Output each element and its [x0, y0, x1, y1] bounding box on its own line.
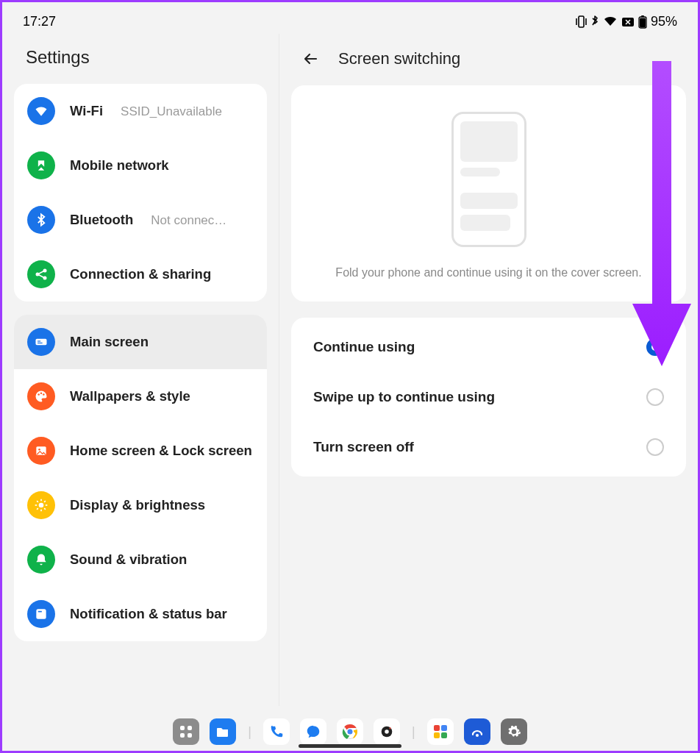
preview-card: Fold your phone and continue using it on…: [291, 85, 686, 301]
svg-rect-40: [434, 725, 440, 731]
svg-rect-0: [579, 16, 584, 27]
sidebar-item-home-lock-screen[interactable]: Home screen & Lock screen: [14, 424, 267, 478]
sidebar-item-label: Wi-Fi: [70, 102, 103, 120]
svg-point-14: [40, 393, 43, 395]
svg-point-17: [38, 449, 40, 451]
sidebar-item-notification-status[interactable]: Notification & status bar: [14, 587, 267, 641]
dock-recent-1[interactable]: [427, 718, 454, 745]
svg-rect-31: [180, 733, 185, 738]
svg-rect-29: [180, 726, 185, 730]
detail-title: Screen switching: [338, 49, 460, 68]
sound-icon: [27, 546, 55, 574]
wifi-status-icon: [603, 16, 618, 27]
svg-line-24: [44, 508, 46, 510]
sidebar-item-label: Mobile network: [70, 157, 169, 174]
notification-icon: [27, 600, 55, 628]
battery-icon: [638, 15, 647, 29]
svg-point-15: [43, 393, 45, 396]
option-label: Swipe up to continue using: [313, 389, 495, 405]
svg-point-44: [476, 734, 479, 737]
svg-point-38: [385, 729, 389, 734]
sidebar-item-value: SSID_Unavailable: [121, 104, 222, 119]
sidebar-item-label: Home screen & Lock screen: [70, 442, 252, 460]
status-icons: 95%: [576, 14, 677, 29]
sidebar-item-label: Wallpapers & style: [70, 388, 190, 405]
dock-app-drawer[interactable]: [173, 718, 199, 745]
option-turn-off[interactable]: Turn screen off: [309, 422, 668, 472]
sidebar-group-connectivity: Wi-Fi SSID_Unavailable Mobile network Bl…: [14, 84, 267, 301]
svg-rect-11: [38, 340, 40, 341]
dock-separator: |: [412, 724, 415, 740]
bluetooth-status-icon: [590, 15, 599, 28]
sidebar-item-label: Connection & sharing: [70, 265, 211, 283]
arrow-left-icon: [301, 50, 319, 68]
radio-button[interactable]: [646, 388, 664, 406]
phone-preview-icon: [451, 112, 526, 247]
svg-rect-30: [188, 726, 192, 730]
palette-icon: [27, 382, 55, 410]
sidebar-item-label: Main screen: [70, 333, 149, 351]
dnd-icon: [621, 17, 635, 27]
svg-point-39: [389, 727, 390, 729]
svg-rect-10: [36, 339, 47, 345]
sidebar-item-value: Not connec…: [151, 213, 226, 228]
dock-phone[interactable]: [263, 718, 290, 745]
option-label: Continue using: [313, 339, 415, 355]
svg-rect-28: [38, 611, 42, 613]
sidebar-item-wifi[interactable]: Wi-Fi SSID_Unavailable: [14, 84, 267, 138]
svg-rect-5: [640, 18, 646, 27]
share-icon: [27, 260, 55, 288]
main-screen-icon: [27, 328, 55, 356]
svg-rect-32: [188, 733, 192, 738]
status-bar: 17:27 95%: [2, 2, 698, 34]
svg-rect-6: [641, 15, 644, 17]
option-label: Turn screen off: [313, 439, 414, 455]
svg-line-23: [37, 501, 38, 502]
radio-button[interactable]: [646, 338, 664, 356]
svg-rect-41: [441, 725, 447, 731]
svg-rect-43: [441, 732, 447, 738]
dock-recent-2[interactable]: [464, 718, 490, 745]
brightness-icon: [27, 491, 55, 519]
sidebar-item-label: Notification & status bar: [70, 605, 227, 623]
preview-description: Fold your phone and continue using it on…: [306, 266, 671, 279]
image-icon: [27, 437, 55, 465]
detail-pane: Screen switching Fold your phone and con…: [279, 34, 698, 706]
status-time: 17:27: [23, 14, 56, 29]
sidebar-item-mobile-network[interactable]: Mobile network: [14, 138, 267, 193]
vibrate-icon: [576, 15, 587, 28]
dock-camera[interactable]: [374, 718, 400, 745]
sidebar-item-wallpapers[interactable]: Wallpapers & style: [14, 369, 267, 424]
dock-files[interactable]: [210, 718, 236, 745]
svg-rect-12: [38, 343, 43, 343]
sidebar-title: Settings: [2, 34, 279, 84]
svg-point-13: [38, 393, 40, 396]
svg-point-18: [39, 503, 44, 508]
sidebar-item-label: Bluetooth: [70, 211, 133, 229]
sidebar-item-connection-sharing[interactable]: Connection & sharing: [14, 247, 267, 301]
svg-rect-27: [36, 609, 46, 618]
bluetooth-icon: [27, 206, 55, 234]
sidebar-group-display: Main screen Wallpapers & style Home scre…: [14, 315, 267, 641]
home-indicator[interactable]: [299, 744, 401, 748]
option-continue-using[interactable]: Continue using: [309, 322, 668, 372]
sidebar-item-bluetooth[interactable]: Bluetooth Not connec…: [14, 193, 267, 247]
sidebar-item-display-brightness[interactable]: Display & brightness: [14, 478, 267, 532]
options-card: Continue using Swipe up to continue usin…: [291, 318, 686, 477]
wifi-icon: [27, 97, 55, 125]
sidebar-item-sound-vibration[interactable]: Sound & vibration: [14, 532, 267, 587]
battery-percent: 95%: [651, 14, 677, 29]
dock-settings[interactable]: [501, 718, 527, 745]
dock-separator: |: [248, 724, 251, 740]
svg-rect-42: [434, 732, 440, 738]
dock-chrome[interactable]: [337, 718, 363, 745]
sidebar-item-label: Display & brightness: [70, 496, 205, 514]
option-swipe-up[interactable]: Swipe up to continue using: [309, 372, 668, 422]
dock-messages[interactable]: [300, 718, 326, 745]
back-button[interactable]: [300, 49, 321, 69]
sidebar-item-label: Sound & vibration: [70, 551, 187, 568]
radio-button[interactable]: [646, 438, 664, 456]
sidebar-item-main-screen[interactable]: Main screen: [14, 315, 267, 369]
svg-line-26: [44, 501, 46, 502]
svg-line-25: [37, 508, 38, 510]
